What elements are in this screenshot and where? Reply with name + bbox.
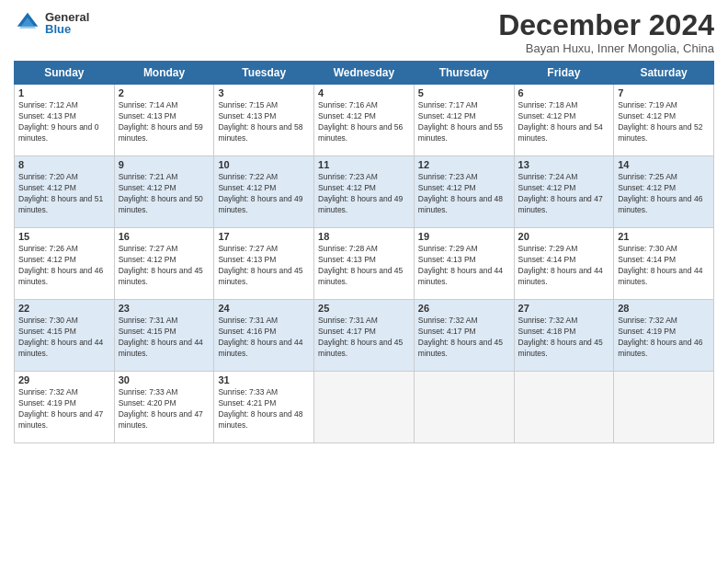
table-cell bbox=[514, 372, 614, 443]
table-cell: 24Sunrise: 7:31 AMSunset: 4:16 PMDayligh… bbox=[214, 300, 314, 372]
day-number: 29 bbox=[18, 374, 110, 385]
table-cell bbox=[314, 372, 415, 443]
table-cell: 6Sunrise: 7:18 AMSunset: 4:12 PMDaylight… bbox=[514, 85, 614, 156]
day-number: 25 bbox=[318, 303, 410, 314]
day-number: 20 bbox=[518, 231, 610, 242]
day-number: 11 bbox=[318, 159, 410, 170]
day-info: Sunrise: 7:15 AMSunset: 4:13 PMDaylight:… bbox=[218, 100, 310, 144]
table-cell: 16Sunrise: 7:27 AMSunset: 4:12 PMDayligh… bbox=[114, 228, 214, 300]
col-sunday: Sunday bbox=[15, 62, 115, 85]
day-info: Sunrise: 7:31 AMSunset: 4:16 PMDaylight:… bbox=[218, 316, 310, 360]
day-info: Sunrise: 7:16 AMSunset: 4:12 PMDaylight:… bbox=[318, 100, 410, 144]
header: General Blue December 2024 Bayan Huxu, I… bbox=[14, 9, 714, 55]
day-number: 30 bbox=[119, 374, 210, 385]
col-monday: Monday bbox=[114, 62, 214, 85]
table-cell: 29Sunrise: 7:32 AMSunset: 4:19 PMDayligh… bbox=[15, 372, 115, 443]
day-number: 7 bbox=[618, 87, 710, 98]
day-number: 15 bbox=[18, 231, 110, 242]
day-number: 8 bbox=[18, 159, 110, 170]
logo: General Blue bbox=[14, 9, 89, 37]
table-cell: 17Sunrise: 7:27 AMSunset: 4:13 PMDayligh… bbox=[214, 228, 314, 300]
col-saturday: Saturday bbox=[614, 62, 714, 85]
table-cell: 5Sunrise: 7:17 AMSunset: 4:12 PMDaylight… bbox=[414, 85, 514, 156]
table-cell: 28Sunrise: 7:32 AMSunset: 4:19 PMDayligh… bbox=[614, 300, 714, 372]
col-thursday: Thursday bbox=[414, 62, 514, 85]
calendar-row: 22Sunrise: 7:30 AMSunset: 4:15 PMDayligh… bbox=[15, 300, 714, 372]
day-number: 10 bbox=[218, 159, 310, 170]
table-cell: 4Sunrise: 7:16 AMSunset: 4:12 PMDaylight… bbox=[314, 85, 415, 156]
table-cell: 13Sunrise: 7:24 AMSunset: 4:12 PMDayligh… bbox=[514, 156, 614, 228]
table-cell: 18Sunrise: 7:28 AMSunset: 4:13 PMDayligh… bbox=[314, 228, 415, 300]
day-number: 4 bbox=[318, 87, 410, 98]
day-number: 26 bbox=[418, 303, 510, 314]
calendar-table: Sunday Monday Tuesday Wednesday Thursday… bbox=[14, 61, 714, 443]
day-info: Sunrise: 7:32 AMSunset: 4:19 PMDaylight:… bbox=[618, 316, 710, 360]
table-cell: 10Sunrise: 7:22 AMSunset: 4:12 PMDayligh… bbox=[214, 156, 314, 228]
day-info: Sunrise: 7:25 AMSunset: 4:12 PMDaylight:… bbox=[618, 172, 710, 216]
day-number: 28 bbox=[618, 303, 710, 314]
calendar-row: 15Sunrise: 7:26 AMSunset: 4:12 PMDayligh… bbox=[15, 228, 714, 300]
day-number: 23 bbox=[119, 303, 210, 314]
day-number: 19 bbox=[418, 231, 510, 242]
table-cell: 30Sunrise: 7:33 AMSunset: 4:20 PMDayligh… bbox=[114, 372, 214, 443]
day-info: Sunrise: 7:29 AMSunset: 4:13 PMDaylight:… bbox=[418, 244, 510, 288]
table-cell: 26Sunrise: 7:32 AMSunset: 4:17 PMDayligh… bbox=[414, 300, 514, 372]
logo-icon bbox=[14, 9, 41, 37]
day-info: Sunrise: 7:18 AMSunset: 4:12 PMDaylight:… bbox=[518, 100, 610, 144]
day-info: Sunrise: 7:20 AMSunset: 4:12 PMDaylight:… bbox=[18, 172, 110, 216]
day-number: 17 bbox=[218, 231, 310, 242]
day-info: Sunrise: 7:17 AMSunset: 4:12 PMDaylight:… bbox=[418, 100, 510, 144]
day-info: Sunrise: 7:21 AMSunset: 4:12 PMDaylight:… bbox=[119, 172, 210, 216]
logo-blue-text: Blue bbox=[45, 23, 89, 35]
table-cell: 23Sunrise: 7:31 AMSunset: 4:15 PMDayligh… bbox=[114, 300, 214, 372]
day-info: Sunrise: 7:19 AMSunset: 4:12 PMDaylight:… bbox=[618, 100, 710, 144]
table-cell: 12Sunrise: 7:23 AMSunset: 4:12 PMDayligh… bbox=[414, 156, 514, 228]
day-number: 3 bbox=[218, 87, 310, 98]
calendar-row: 29Sunrise: 7:32 AMSunset: 4:19 PMDayligh… bbox=[15, 372, 714, 443]
day-number: 24 bbox=[218, 303, 310, 314]
day-info: Sunrise: 7:31 AMSunset: 4:15 PMDaylight:… bbox=[119, 316, 210, 360]
table-cell: 20Sunrise: 7:29 AMSunset: 4:14 PMDayligh… bbox=[514, 228, 614, 300]
day-info: Sunrise: 7:27 AMSunset: 4:13 PMDaylight:… bbox=[218, 244, 310, 288]
day-info: Sunrise: 7:26 AMSunset: 4:12 PMDaylight:… bbox=[18, 244, 110, 288]
col-wednesday: Wednesday bbox=[314, 62, 415, 85]
table-cell bbox=[614, 372, 714, 443]
subtitle: Bayan Huxu, Inner Mongolia, China bbox=[498, 41, 714, 55]
table-cell: 1Sunrise: 7:12 AMSunset: 4:13 PMDaylight… bbox=[15, 85, 115, 156]
day-number: 21 bbox=[618, 231, 710, 242]
day-info: Sunrise: 7:23 AMSunset: 4:12 PMDaylight:… bbox=[418, 172, 510, 216]
table-cell: 25Sunrise: 7:31 AMSunset: 4:17 PMDayligh… bbox=[314, 300, 415, 372]
day-info: Sunrise: 7:22 AMSunset: 4:12 PMDaylight:… bbox=[218, 172, 310, 216]
month-title: December 2024 bbox=[498, 9, 714, 41]
day-info: Sunrise: 7:30 AMSunset: 4:14 PMDaylight:… bbox=[618, 244, 710, 288]
day-number: 14 bbox=[618, 159, 710, 170]
table-cell: 22Sunrise: 7:30 AMSunset: 4:15 PMDayligh… bbox=[15, 300, 115, 372]
day-number: 5 bbox=[418, 87, 510, 98]
day-info: Sunrise: 7:12 AMSunset: 4:13 PMDaylight:… bbox=[18, 100, 110, 144]
table-cell: 14Sunrise: 7:25 AMSunset: 4:12 PMDayligh… bbox=[614, 156, 714, 228]
day-info: Sunrise: 7:29 AMSunset: 4:14 PMDaylight:… bbox=[518, 244, 610, 288]
day-number: 12 bbox=[418, 159, 510, 170]
day-number: 16 bbox=[119, 231, 210, 242]
day-number: 9 bbox=[119, 159, 210, 170]
day-info: Sunrise: 7:28 AMSunset: 4:13 PMDaylight:… bbox=[318, 244, 410, 288]
day-number: 22 bbox=[18, 303, 110, 314]
day-number: 13 bbox=[518, 159, 610, 170]
table-cell: 31Sunrise: 7:33 AMSunset: 4:21 PMDayligh… bbox=[214, 372, 314, 443]
day-info: Sunrise: 7:33 AMSunset: 4:20 PMDaylight:… bbox=[119, 387, 210, 431]
day-info: Sunrise: 7:23 AMSunset: 4:12 PMDaylight:… bbox=[318, 172, 410, 216]
table-cell: 11Sunrise: 7:23 AMSunset: 4:12 PMDayligh… bbox=[314, 156, 415, 228]
col-tuesday: Tuesday bbox=[214, 62, 314, 85]
table-cell: 19Sunrise: 7:29 AMSunset: 4:13 PMDayligh… bbox=[414, 228, 514, 300]
day-info: Sunrise: 7:33 AMSunset: 4:21 PMDaylight:… bbox=[218, 387, 310, 431]
day-info: Sunrise: 7:31 AMSunset: 4:17 PMDaylight:… bbox=[318, 316, 410, 360]
table-cell bbox=[414, 372, 514, 443]
table-cell: 8Sunrise: 7:20 AMSunset: 4:12 PMDaylight… bbox=[15, 156, 115, 228]
table-cell: 2Sunrise: 7:14 AMSunset: 4:13 PMDaylight… bbox=[114, 85, 214, 156]
day-number: 27 bbox=[518, 303, 610, 314]
day-info: Sunrise: 7:30 AMSunset: 4:15 PMDaylight:… bbox=[18, 316, 110, 360]
day-number: 2 bbox=[119, 87, 210, 98]
day-number: 31 bbox=[218, 374, 310, 385]
day-info: Sunrise: 7:24 AMSunset: 4:12 PMDaylight:… bbox=[518, 172, 610, 216]
col-friday: Friday bbox=[514, 62, 614, 85]
